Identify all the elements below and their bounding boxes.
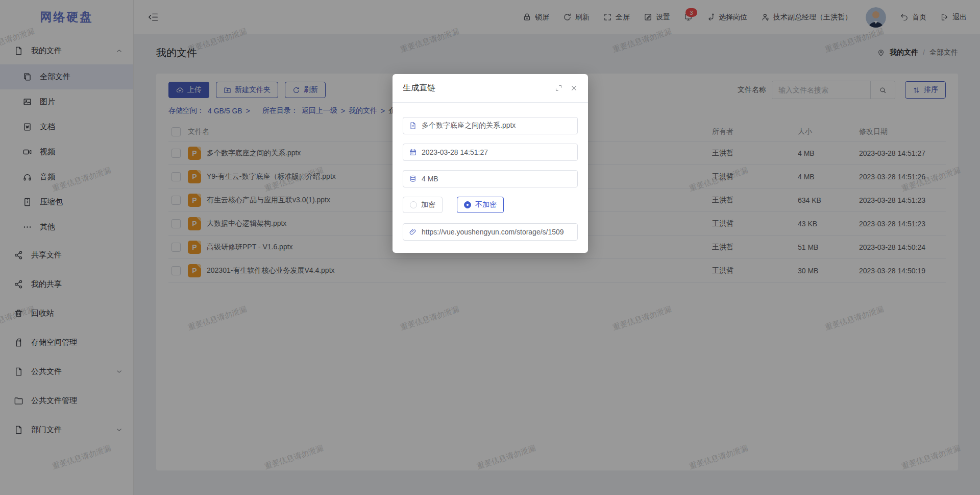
radio-dot bbox=[410, 201, 417, 208]
paperclip-icon bbox=[409, 228, 417, 236]
dialog-body: 多个数字底座之间的关系.pptx 2023-03-28 14:51:27 4 M… bbox=[393, 103, 588, 253]
modified-time-field[interactable]: 2023-03-28 14:51:27 bbox=[403, 144, 578, 161]
file-name-field[interactable]: 多个数字底座之间的关系.pptx bbox=[403, 117, 578, 134]
calendar-icon bbox=[409, 148, 417, 156]
file-size-field[interactable]: 4 MB bbox=[403, 170, 578, 187]
dialog-title: 生成直链 bbox=[403, 83, 435, 93]
close-icon[interactable] bbox=[570, 84, 578, 92]
radio-no-encrypt[interactable]: 不加密 bbox=[457, 197, 504, 213]
encrypt-options: 加密 不加密 bbox=[403, 197, 578, 213]
database-icon bbox=[409, 175, 417, 183]
radio-dot-selected bbox=[464, 201, 471, 208]
document-icon bbox=[409, 122, 417, 130]
generate-link-dialog: 生成直链 多个数字底座之间的关系.pptx 2023-03-28 14:51:2… bbox=[393, 74, 588, 253]
direct-link-field[interactable]: https://vue.youshengyun.com/storage/s/15… bbox=[403, 223, 578, 241]
maximize-icon[interactable] bbox=[555, 84, 562, 92]
radio-encrypt[interactable]: 加密 bbox=[403, 197, 443, 213]
app-window: 网络硬盘 我的文件全部文件图片文档视频音频压缩包其他共享文件我的共享回收站存储空… bbox=[0, 0, 980, 495]
dialog-header: 生成直链 bbox=[393, 74, 588, 103]
